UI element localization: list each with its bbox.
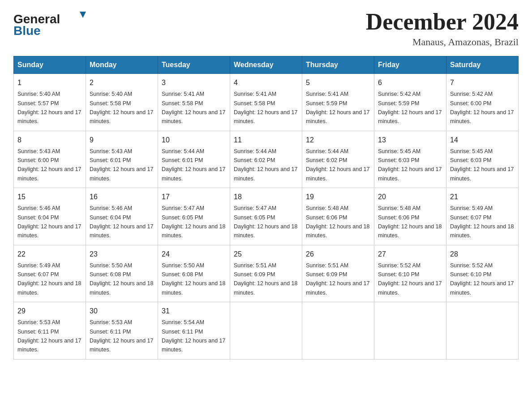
calendar-cell: 30 Sunrise: 5:53 AMSunset: 6:11 PMDaylig… (86, 302, 158, 360)
day-info: Sunrise: 5:40 AMSunset: 5:57 PMDaylight:… (17, 91, 81, 124)
calendar-week-4: 22 Sunrise: 5:49 AMSunset: 6:07 PMDaylig… (14, 245, 519, 302)
calendar-cell: 29 Sunrise: 5:53 AMSunset: 6:11 PMDaylig… (14, 302, 86, 360)
calendar-cell: 7 Sunrise: 5:42 AMSunset: 6:00 PMDayligh… (446, 74, 519, 131)
location-subtitle: Manaus, Amazonas, Brazil (366, 36, 519, 48)
svg-text:Blue: Blue (13, 24, 41, 38)
day-number: 13 (378, 135, 442, 146)
day-number: 12 (306, 135, 370, 146)
day-info: Sunrise: 5:41 AMSunset: 5:58 PMDaylight:… (162, 91, 225, 124)
calendar-header-friday: Friday (374, 56, 446, 74)
calendar-week-5: 29 Sunrise: 5:53 AMSunset: 6:11 PMDaylig… (14, 302, 519, 360)
day-number: 30 (90, 306, 154, 317)
day-number: 8 (17, 135, 82, 146)
day-info: Sunrise: 5:51 AMSunset: 6:09 PMDaylight:… (234, 262, 297, 296)
calendar-cell: 4 Sunrise: 5:41 AMSunset: 5:58 PMDayligh… (230, 74, 302, 131)
day-info: Sunrise: 5:43 AMSunset: 6:01 PMDaylight:… (90, 148, 153, 182)
day-info: Sunrise: 5:47 AMSunset: 6:05 PMDaylight:… (162, 205, 225, 239)
day-number: 31 (162, 306, 226, 317)
calendar-cell: 3 Sunrise: 5:41 AMSunset: 5:58 PMDayligh… (158, 74, 230, 131)
day-info: Sunrise: 5:42 AMSunset: 6:00 PMDaylight:… (450, 91, 514, 124)
day-info: Sunrise: 5:53 AMSunset: 6:11 PMDaylight:… (90, 319, 153, 353)
calendar-cell (230, 302, 302, 360)
day-info: Sunrise: 5:42 AMSunset: 5:59 PMDaylight:… (378, 91, 442, 124)
day-number: 9 (90, 135, 154, 146)
day-number: 26 (306, 249, 370, 260)
calendar-week-1: 1 Sunrise: 5:40 AMSunset: 5:57 PMDayligh… (14, 74, 519, 131)
day-info: Sunrise: 5:49 AMSunset: 6:07 PMDaylight:… (17, 262, 81, 296)
calendar-cell: 2 Sunrise: 5:40 AMSunset: 5:58 PMDayligh… (86, 74, 158, 131)
calendar-cell: 1 Sunrise: 5:40 AMSunset: 5:57 PMDayligh… (14, 74, 86, 131)
calendar-week-3: 15 Sunrise: 5:46 AMSunset: 6:04 PMDaylig… (14, 188, 519, 245)
day-info: Sunrise: 5:45 AMSunset: 6:03 PMDaylight:… (378, 148, 442, 182)
calendar-cell: 5 Sunrise: 5:41 AMSunset: 5:59 PMDayligh… (302, 74, 374, 131)
day-number: 5 (306, 77, 370, 88)
day-info: Sunrise: 5:40 AMSunset: 5:58 PMDaylight:… (90, 91, 153, 124)
day-info: Sunrise: 5:41 AMSunset: 5:59 PMDaylight:… (306, 91, 369, 124)
day-info: Sunrise: 5:50 AMSunset: 6:08 PMDaylight:… (90, 262, 153, 296)
calendar-cell: 8 Sunrise: 5:43 AMSunset: 6:00 PMDayligh… (14, 131, 86, 188)
calendar-header-saturday: Saturday (446, 56, 519, 74)
calendar-cell: 20 Sunrise: 5:48 AMSunset: 6:06 PMDaylig… (374, 188, 446, 245)
calendar-cell: 12 Sunrise: 5:44 AMSunset: 6:02 PMDaylig… (302, 131, 374, 188)
day-number: 18 (234, 192, 298, 202)
day-info: Sunrise: 5:51 AMSunset: 6:09 PMDaylight:… (306, 262, 369, 296)
day-number: 23 (90, 249, 154, 260)
calendar-cell: 24 Sunrise: 5:50 AMSunset: 6:08 PMDaylig… (158, 245, 230, 302)
calendar-cell: 13 Sunrise: 5:45 AMSunset: 6:03 PMDaylig… (374, 131, 446, 188)
day-number: 25 (234, 249, 298, 260)
calendar-cell: 18 Sunrise: 5:47 AMSunset: 6:05 PMDaylig… (230, 188, 302, 245)
day-number: 16 (90, 192, 154, 202)
day-number: 17 (162, 192, 226, 202)
day-number: 28 (450, 249, 515, 260)
day-info: Sunrise: 5:43 AMSunset: 6:00 PMDaylight:… (17, 148, 81, 182)
day-number: 4 (234, 77, 298, 88)
day-info: Sunrise: 5:48 AMSunset: 6:06 PMDaylight:… (378, 205, 442, 239)
calendar-cell: 27 Sunrise: 5:52 AMSunset: 6:10 PMDaylig… (374, 245, 446, 302)
calendar-cell (302, 302, 374, 360)
day-info: Sunrise: 5:54 AMSunset: 6:11 PMDaylight:… (162, 319, 225, 353)
day-number: 24 (162, 249, 226, 260)
calendar-header-monday: Monday (86, 56, 158, 74)
svg-marker-1 (80, 12, 86, 18)
day-number: 27 (378, 249, 442, 260)
calendar-header-sunday: Sunday (14, 56, 86, 74)
calendar-cell: 28 Sunrise: 5:52 AMSunset: 6:10 PMDaylig… (446, 245, 519, 302)
day-number: 3 (162, 77, 226, 88)
day-info: Sunrise: 5:50 AMSunset: 6:08 PMDaylight:… (162, 262, 225, 296)
calendar-header-thursday: Thursday (302, 56, 374, 74)
day-info: Sunrise: 5:44 AMSunset: 6:02 PMDaylight:… (234, 148, 297, 182)
day-info: Sunrise: 5:46 AMSunset: 6:04 PMDaylight:… (17, 205, 81, 239)
day-number: 21 (450, 192, 515, 202)
logo-svg: General Blue (13, 9, 94, 38)
day-number: 11 (234, 135, 298, 146)
day-number: 1 (17, 77, 82, 88)
day-info: Sunrise: 5:52 AMSunset: 6:10 PMDaylight:… (378, 262, 442, 296)
day-number: 7 (450, 77, 515, 88)
month-title: December 2024 (366, 9, 519, 34)
day-number: 10 (162, 135, 226, 146)
day-info: Sunrise: 5:53 AMSunset: 6:11 PMDaylight:… (17, 319, 81, 353)
title-block: December 2024 Manaus, Amazonas, Brazil (366, 9, 519, 48)
calendar-cell: 9 Sunrise: 5:43 AMSunset: 6:01 PMDayligh… (86, 131, 158, 188)
calendar-cell: 19 Sunrise: 5:48 AMSunset: 6:06 PMDaylig… (302, 188, 374, 245)
calendar-cell (374, 302, 446, 360)
calendar-cell: 25 Sunrise: 5:51 AMSunset: 6:09 PMDaylig… (230, 245, 302, 302)
calendar-header-wednesday: Wednesday (230, 56, 302, 74)
day-number: 6 (378, 77, 442, 88)
calendar-cell: 26 Sunrise: 5:51 AMSunset: 6:09 PMDaylig… (302, 245, 374, 302)
calendar-cell: 31 Sunrise: 5:54 AMSunset: 6:11 PMDaylig… (158, 302, 230, 360)
calendar-cell: 23 Sunrise: 5:50 AMSunset: 6:08 PMDaylig… (86, 245, 158, 302)
logo: General Blue (13, 9, 94, 38)
day-info: Sunrise: 5:44 AMSunset: 6:01 PMDaylight:… (162, 148, 225, 182)
calendar-cell: 11 Sunrise: 5:44 AMSunset: 6:02 PMDaylig… (230, 131, 302, 188)
day-number: 19 (306, 192, 370, 202)
calendar-cell: 6 Sunrise: 5:42 AMSunset: 5:59 PMDayligh… (374, 74, 446, 131)
calendar-week-2: 8 Sunrise: 5:43 AMSunset: 6:00 PMDayligh… (14, 131, 519, 188)
day-number: 22 (17, 249, 82, 260)
day-info: Sunrise: 5:47 AMSunset: 6:05 PMDaylight:… (234, 205, 297, 239)
day-info: Sunrise: 5:48 AMSunset: 6:06 PMDaylight:… (306, 205, 369, 239)
day-info: Sunrise: 5:45 AMSunset: 6:03 PMDaylight:… (450, 148, 514, 182)
calendar-cell: 15 Sunrise: 5:46 AMSunset: 6:04 PMDaylig… (14, 188, 86, 245)
calendar-cell: 22 Sunrise: 5:49 AMSunset: 6:07 PMDaylig… (14, 245, 86, 302)
calendar-cell: 14 Sunrise: 5:45 AMSunset: 6:03 PMDaylig… (446, 131, 519, 188)
